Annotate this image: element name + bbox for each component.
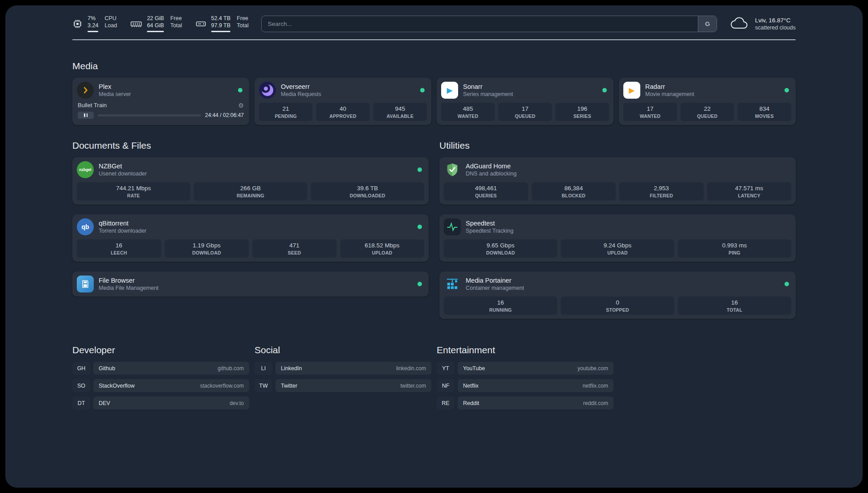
bookmark-abbr: TW xyxy=(255,379,272,392)
bookmark-name: Netflix xyxy=(463,383,479,389)
stat-tile: 17 QUEUED xyxy=(498,103,552,121)
app-description: DNS and adblocking xyxy=(466,171,517,177)
portainer-icon xyxy=(444,276,461,292)
weather-widget: Lviv, 16.87°C scattered clouds xyxy=(730,17,796,31)
app-link-portainer[interactable]: Media Portainer Container management xyxy=(444,276,791,292)
app-name: Media Portainer xyxy=(466,277,524,284)
adguard-icon xyxy=(444,161,461,178)
card-portainer: Media Portainer Container management 16 … xyxy=(439,272,796,319)
bookmark-url: youtube.com xyxy=(577,365,608,372)
bookmark-abbr: YT xyxy=(437,362,455,375)
stat-tile: 39.6 TB DOWNLOADED xyxy=(311,182,424,201)
app-link-overseerr[interactable]: Overseerr Media Requests xyxy=(259,82,427,99)
bookmark-twitter[interactable]: TW Twitter twitter.com xyxy=(255,379,431,392)
bookmark-group-developer: Developer GH Github github.com SO StackO… xyxy=(72,345,249,409)
stat-tile: 17 WANTED xyxy=(623,103,677,121)
cpu-usage-label: CPU xyxy=(104,15,117,21)
app-link-speedtest[interactable]: Speedtest Speedtest Tracking xyxy=(444,218,791,235)
speedtest-icon xyxy=(444,218,461,235)
app-link-radarr[interactable]: ▶ Radarr Movie management xyxy=(623,82,791,99)
stat-tile: 471 SEED xyxy=(252,239,337,258)
app-name: qBittorrent xyxy=(99,220,146,227)
bookmark-name: DEV xyxy=(99,400,110,406)
bookmark-stackoverflow[interactable]: SO StackOverflow stackoverflow.com xyxy=(72,379,249,392)
pause-button[interactable] xyxy=(78,112,94,119)
memory-free-label: Free xyxy=(170,15,182,21)
bookmark-url: twitter.com xyxy=(401,383,426,389)
card-overseerr: Overseerr Media Requests 21 PENDING 40 A… xyxy=(255,78,431,125)
bookmark-name: LinkedIn xyxy=(281,365,302,372)
search-input[interactable] xyxy=(262,16,698,32)
bookmark-url: reddit.com xyxy=(583,400,608,406)
cpu-load-label: Load xyxy=(104,22,117,29)
status-dot xyxy=(785,88,789,92)
overseerr-icon xyxy=(259,82,276,99)
stat-tile: 618.52 Mbps UPLOAD xyxy=(340,239,425,258)
stat-tile: 9.65 Gbps DOWNLOAD xyxy=(444,239,557,258)
app-name: NZBGet xyxy=(99,163,147,170)
app-name: Overseerr xyxy=(281,83,321,90)
radarr-icon: ▶ xyxy=(623,82,640,99)
status-dot xyxy=(238,88,242,92)
app-description: Container management xyxy=(466,285,524,291)
bookmark-url: linkedin.com xyxy=(396,365,426,372)
dashboard-page: 7% CPU 3.24 Load 22 xyxy=(5,5,863,488)
resource-monitors: 7% CPU 3.24 Load 22 xyxy=(72,15,249,32)
disk-total-label: Total xyxy=(237,22,248,29)
card-speedtest: Speedtest Speedtest Tracking 9.65 Gbps D… xyxy=(439,214,796,262)
app-description: Series management xyxy=(463,91,513,97)
stat-tile: 0 STOPPED xyxy=(561,297,674,315)
stat-tile: 16 RUNNING xyxy=(444,297,557,315)
qbittorrent-icon: qb xyxy=(77,218,94,235)
bookmark-linkedin[interactable]: LI LinkedIn linkedin.com xyxy=(255,362,431,375)
stat-tile: 945 AVAILABLE xyxy=(373,103,427,121)
filebrowser-icon xyxy=(77,276,94,292)
bookmark-reddit[interactable]: RE Reddit reddit.com xyxy=(437,397,613,409)
playback-progress-bar[interactable] xyxy=(98,114,201,117)
status-dot xyxy=(417,167,422,172)
stat-tile: 40 APPROVED xyxy=(316,103,370,121)
disk-icon xyxy=(196,19,206,29)
memory-meter xyxy=(147,31,164,32)
app-name: Sonarr xyxy=(463,83,513,90)
app-link-sonarr[interactable]: ▶ Sonarr Series management xyxy=(441,82,609,99)
top-bar: 7% CPU 3.24 Load 22 xyxy=(72,15,796,32)
stat-tile: 196 SERIES xyxy=(555,103,609,121)
bookmark-youtube[interactable]: YT YouTube youtube.com xyxy=(437,362,613,375)
disk-monitor: 52.4 TB Free 97.9 TB Total xyxy=(196,15,249,32)
disk-free-label: Free xyxy=(237,15,248,21)
app-description: Media server xyxy=(99,91,131,97)
search-bar: G xyxy=(261,16,717,32)
bookmark-url: stackoverflow.com xyxy=(200,383,244,389)
app-description: Movie management xyxy=(645,91,694,97)
bookmark-name: Reddit xyxy=(463,400,479,406)
app-link-qbittorrent[interactable]: qb qBittorrent Torrent downloader xyxy=(77,218,424,235)
app-link-filebrowser[interactable]: File Browser Media File Management xyxy=(77,276,424,292)
section-title-media: Media xyxy=(72,61,796,71)
gear-icon[interactable]: ⚙ xyxy=(238,102,244,109)
section-title-utilities: Utilities xyxy=(439,140,796,151)
bookmark-netflix[interactable]: NF Netflix netflix.com xyxy=(437,379,613,392)
cpu-meter xyxy=(88,31,98,32)
app-description: Speedtest Tracking xyxy=(466,228,513,234)
card-adguard: AdGuard Home DNS and adblocking 498,461 … xyxy=(439,157,796,205)
search-provider-button[interactable]: G xyxy=(698,16,717,32)
bookmark-github[interactable]: GH Github github.com xyxy=(72,362,249,375)
bookmark-abbr: SO xyxy=(72,379,90,392)
stat-tile: 266 GB REMAINING xyxy=(194,182,307,201)
bookmark-dev[interactable]: DT DEV dev.to xyxy=(72,397,249,409)
app-link-plex[interactable]: Plex Media server xyxy=(77,82,245,99)
bookmark-url: github.com xyxy=(217,365,244,372)
app-link-nzbget[interactable]: nzbget NZBGet Usenet downloader xyxy=(77,161,424,178)
cpu-icon xyxy=(72,19,83,29)
stat-tile: 834 MOVIES xyxy=(738,103,791,121)
app-link-adguard[interactable]: AdGuard Home DNS and adblocking xyxy=(444,161,791,178)
header-divider xyxy=(72,39,796,40)
stat-tile: 498,461 QUERIES xyxy=(444,182,528,201)
memory-total-label: Total xyxy=(170,22,182,29)
now-playing-title: Bullet Train xyxy=(78,102,107,109)
bookmark-name: Github xyxy=(99,365,115,372)
bookmark-abbr: RE xyxy=(437,397,455,409)
memory-total-value: 64 GiB xyxy=(147,22,164,29)
stat-tile: 9.24 Gbps UPLOAD xyxy=(561,239,674,258)
